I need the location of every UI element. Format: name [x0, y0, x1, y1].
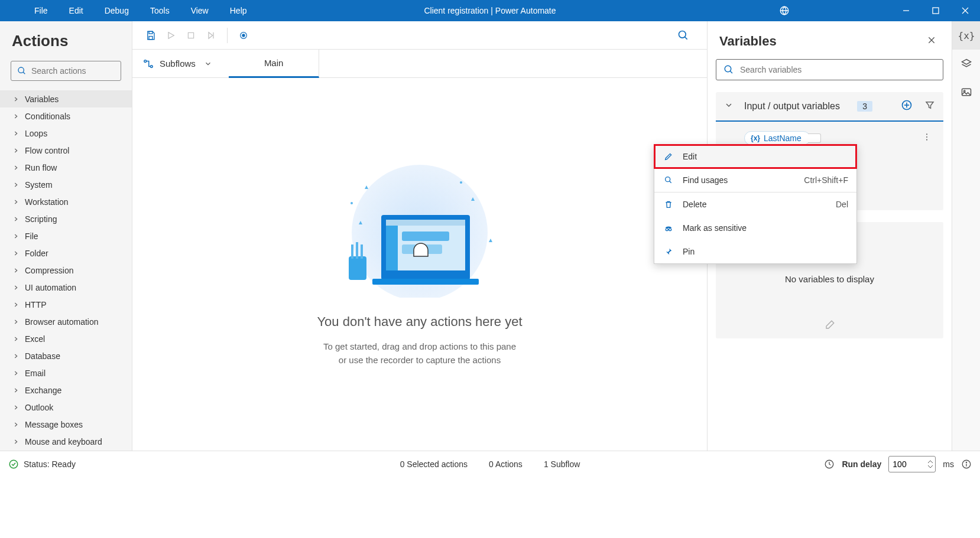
pin-icon	[664, 247, 673, 256]
chevron-right-icon	[13, 112, 21, 121]
chevron-right-icon	[13, 129, 21, 138]
clock-icon	[824, 459, 835, 469]
action-category-compression[interactable]: Compression	[0, 262, 132, 279]
action-category-message-boxes[interactable]: Message boxes	[0, 416, 132, 433]
stop-button[interactable]	[181, 25, 201, 45]
category-label: Run flow	[25, 163, 57, 172]
menu-edit[interactable]: Edit	[59, 0, 94, 21]
ctx-delete-shortcut: Del	[836, 200, 848, 209]
step-button[interactable]	[201, 25, 221, 45]
ctx-pin[interactable]: Pin	[654, 240, 856, 263]
actions-search[interactable]	[11, 61, 121, 81]
chevron-right-icon	[13, 334, 21, 344]
status-text: Status: Ready	[24, 459, 76, 469]
action-category-outlook[interactable]: Outlook	[0, 399, 132, 416]
variables-title: Variables	[719, 34, 777, 49]
record-icon	[239, 31, 248, 40]
menu-file[interactable]: File	[24, 0, 59, 21]
variable-chip[interactable]: {x}LastName	[744, 131, 810, 145]
ctx-edit-label: Edit	[683, 152, 697, 161]
svg-rect-26	[351, 244, 353, 259]
search-icon	[664, 175, 673, 185]
category-label: Excel	[25, 334, 45, 344]
action-category-conditionals[interactable]: Conditionals	[0, 107, 132, 125]
info-icon[interactable]	[961, 459, 972, 469]
empty-illustration	[325, 162, 514, 298]
delay-spinner[interactable]	[927, 459, 933, 469]
add-variable-button[interactable]	[901, 99, 913, 113]
plus-circle-icon	[901, 99, 913, 111]
action-category-ui-automation[interactable]: UI automation	[0, 279, 132, 296]
action-category-browser-automation[interactable]: Browser automation	[0, 313, 132, 330]
main-panel: Subflows Main	[132, 21, 707, 451]
action-category-folder[interactable]: Folder	[0, 244, 132, 262]
rail-layers-button[interactable]	[952, 50, 980, 78]
svg-point-33	[725, 66, 731, 72]
action-category-database[interactable]: Database	[0, 347, 132, 364]
record-button[interactable]	[233, 25, 254, 45]
rail-variables-button[interactable]: {x}	[952, 21, 980, 50]
action-category-exchange[interactable]: Exchange	[0, 382, 132, 399]
category-label: Database	[25, 351, 60, 361]
io-collapse-button[interactable]	[724, 100, 734, 112]
delay-input[interactable]	[888, 456, 936, 472]
ctx-find-shortcut: Ctrl+Shift+F	[804, 175, 848, 185]
action-category-email[interactable]: Email	[0, 364, 132, 382]
delay-value[interactable]	[893, 459, 922, 469]
tab-main[interactable]: Main	[229, 50, 320, 78]
ctx-delete[interactable]: Delete Del	[654, 193, 856, 216]
minimize-button[interactable]	[891, 0, 921, 21]
chevron-right-icon	[13, 317, 21, 327]
chevron-right-icon	[13, 403, 21, 412]
action-category-run-flow[interactable]: Run flow	[0, 159, 132, 176]
action-category-scripting[interactable]: Scripting	[0, 210, 132, 227]
action-category-workstation[interactable]: Workstation	[0, 193, 132, 210]
run-button[interactable]	[161, 25, 181, 45]
variables-close-button[interactable]	[923, 32, 940, 51]
svg-rect-7	[149, 31, 152, 34]
variables-search[interactable]	[716, 59, 943, 80]
menu-view[interactable]: View	[180, 0, 219, 21]
flow-canvas[interactable]: You don't have any actions here yet To g…	[132, 78, 707, 451]
variable-icon: {x}	[958, 30, 975, 41]
svg-rect-28	[361, 244, 363, 259]
subflows-dropdown[interactable]: Subflows	[132, 50, 229, 78]
variable-more-button[interactable]	[922, 132, 932, 144]
action-category-system[interactable]: System	[0, 176, 132, 193]
ctx-find-label: Find usages	[683, 175, 728, 185]
action-category-flow-control[interactable]: Flow control	[0, 142, 132, 159]
clear-flow-vars-button[interactable]	[716, 319, 943, 338]
variables-search-input[interactable]	[740, 65, 936, 74]
menu-tools[interactable]: Tools	[139, 0, 180, 21]
ctx-find-usages[interactable]: Find usages Ctrl+Shift+F	[654, 168, 856, 192]
category-label: Outlook	[25, 403, 53, 412]
canvas-search-button[interactable]	[671, 24, 695, 47]
action-category-http[interactable]: HTTP	[0, 296, 132, 313]
maximize-button[interactable]	[921, 0, 950, 21]
category-label: System	[25, 180, 53, 190]
menu-help[interactable]: Help	[219, 0, 258, 21]
svg-line-34	[730, 71, 732, 73]
category-label: HTTP	[25, 300, 47, 309]
io-count-badge: 3	[857, 101, 872, 112]
environment-indicator[interactable]	[779, 5, 891, 16]
svg-line-14	[685, 37, 687, 39]
menu-debug[interactable]: Debug	[94, 0, 139, 21]
svg-line-49	[669, 181, 671, 182]
ctx-mark-sensitive[interactable]: Mark as sensitive	[654, 216, 856, 240]
ctx-edit[interactable]: Edit	[654, 145, 856, 168]
action-category-mouse-and-keyboard[interactable]: Mouse and keyboard	[0, 433, 132, 450]
action-category-variables[interactable]: Variables	[0, 90, 132, 107]
chevron-right-icon	[13, 214, 21, 224]
category-label: Flow control	[25, 146, 69, 155]
save-button[interactable]	[141, 25, 161, 45]
action-category-excel[interactable]: Excel	[0, 330, 132, 347]
action-category-file[interactable]: File	[0, 227, 132, 244]
svg-point-47	[966, 462, 966, 462]
close-button[interactable]	[950, 0, 980, 21]
filter-button[interactable]	[924, 100, 935, 113]
rail-images-button[interactable]	[952, 78, 980, 106]
step-icon	[206, 31, 216, 40]
actions-search-input[interactable]	[31, 66, 135, 76]
action-category-loops[interactable]: Loops	[0, 125, 132, 142]
